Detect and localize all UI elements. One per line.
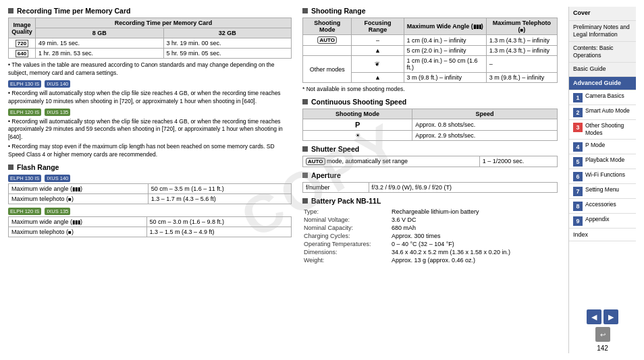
nav-home-button[interactable]: ↩ [595,327,610,342]
sidebar-label-1: Camera Basics [585,92,624,100]
spec-row-temp: Operating Temperatures: 0 – 40 °C (32 – … [302,240,558,248]
spec-label-capacity: Nominal Capacity: [302,224,390,232]
flash-tele-label-2: Maximum telephoto (■) [9,227,147,237]
spec-row-cycles: Charging Cycles: Approx. 300 times [302,232,558,240]
spec-row-capacity: Nominal Capacity: 680 mAh [302,224,558,232]
sidebar-item-accessories[interactable]: 8 Accessories [569,199,636,214]
wide-mountain: 3 m (9.8 ft.) – infinity [404,73,486,83]
spec-row-dimensions: Dimensions: 34.6 x 40.2 x 5.2 mm (1.36 x… [302,248,558,256]
shooting-range-table: Shooting Mode Focusing Range Maximum Wid… [302,18,558,83]
badge-ixus135: IXUS 135 [45,109,70,116]
sidebar-num-5: 5 [573,157,583,167]
sidebar-item-wifi[interactable]: 6 Wi-Fi Functions [569,169,636,184]
note-memory-cards: • Recording may stop even if the maximum… [8,143,292,159]
wide-macro: 1 cm (0.4 in.) – 50 cm (1.6 ft.) [404,56,486,73]
col-8gb: 8 GB [36,28,164,38]
spec-val-weight: Approx. 13 g (approx. 0.46 oz.) [390,256,558,264]
sidebar: Cover Preliminary Notes and Legal Inform… [568,7,636,353]
section-icon-flash [8,164,14,170]
sidebar-item-appendix[interactable]: 9 Appendix [569,214,636,229]
col-shooting-mode: Shooting Mode [303,18,352,35]
spec-label-temp: Operating Temperatures: [302,240,390,248]
spec-row-voltage: Nominal Voltage: 3.6 V DC [302,216,558,224]
sidebar-item-basic-guide[interactable]: Basic Guide [569,63,636,77]
right-column: Shooting Range Shooting Mode Focusing Ra… [302,7,558,353]
spec-label-voltage: Nominal Voltage: [302,216,390,224]
spec-val-capacity: 680 mAh [390,224,558,232]
sidebar-label-8: Accessories [585,201,616,208]
aperture-label: f/number [303,182,369,192]
badge-ixus140: IXUS 140 [45,80,70,88]
section-icon-continuous [302,99,308,104]
table-row: AUTO mode, automatically set range 1 – 1… [303,156,558,167]
table-row: f/number f/3.2 / f/9.0 (W), f/6.9 / f/20… [303,182,558,192]
table-row: ▲ 5 cm (2.0 in.) – infinity 1.3 m (4.3 f… [303,46,558,56]
flash-wide-label-1: Maximum wide angle (▮▮▮) [9,184,149,194]
tele-mountain: 3 m (9.8 ft.) – infinity [486,73,557,83]
sidebar-item-cover[interactable]: Cover [569,7,636,21]
sidebar-num-6: 6 [573,172,583,181]
sidebar-num-2: 2 [573,108,583,117]
section-continuous-shooting: Continuous Shooting Speed [302,98,558,106]
sidebar-item-contents[interactable]: Contents: Basic Operations [569,42,636,63]
table-row: Maximum wide angle (▮▮▮) 50 cm – 3.0 m (… [9,217,292,227]
shutter-mode-cell: AUTO mode, automatically set range [303,156,480,167]
col-32gb: 32 GB [163,28,292,38]
cont-speed-p: Approx. 0.8 shots/sec. [412,119,558,130]
flash-tele-label-1: Maximum telephoto (■) [9,194,149,204]
badge-group-1: ELPH 130 IS IXUS 140 [8,80,292,88]
sidebar-item-advanced-guide[interactable]: Advanced Guide [569,77,636,91]
recording-time-table: Image Quality Recording Time per Memory … [8,18,292,59]
sidebar-item-p-mode[interactable]: 4 P Mode [569,140,636,154]
sidebar-item-playback[interactable]: 5 Playback Mode [569,154,636,169]
tele-person: 1.3 m (4.3 ft.) – infinity [486,46,557,56]
section-icon-battery [302,198,308,204]
tele-auto: 1.3 m (4.3 ft.) – infinity [486,35,557,46]
badge-elph120-flash: ELPH 120 IS [8,208,41,215]
spec-label-type: Type: [302,208,390,216]
nav-next-button[interactable]: ▶ [603,309,618,324]
sidebar-num-3: 3 [573,123,583,132]
mode-auto: AUTO [303,35,352,46]
badge-group-2: ELPH 120 IS IXUS 135 [8,108,292,116]
flash-tele-val-1: 1.3 – 1.7 m (4.3 – 5.6 ft) [148,194,291,204]
col-cont-speed: Speed [412,109,558,119]
sidebar-label-9: Appendix [585,216,609,223]
sidebar-label-2: Smart Auto Mode [585,107,630,115]
note-table-values: • The values in the table are measured a… [8,61,292,78]
focus-auto: – [352,35,404,46]
time-640-8gb: 1 hr. 28 min. 53 sec. [36,49,164,59]
note-recording-stop-2: • Recording will automatically stop when… [8,118,292,142]
sidebar-label-5: Playback Mode [585,156,624,164]
spec-label-cycles: Charging Cycles: [302,232,390,240]
nav-prev-button[interactable]: ◀ [587,309,601,324]
focus-macro: ❦ [352,56,404,73]
sidebar-num-4: 4 [573,142,583,152]
badge-elph120: ELPH 120 IS [8,109,41,116]
section-shooting-range: Shooting Range [302,7,558,15]
time-640-32gb: 5 hr. 59 min. 05 sec. [163,49,292,59]
sidebar-item-other-shooting[interactable]: 3 Other Shooting Modes [569,120,636,140]
section-icon-shooting [302,8,308,13]
sidebar-num-7: 7 [573,187,583,196]
sidebar-item-smart-auto[interactable]: 2 Smart Auto Mode [569,105,636,120]
sidebar-item-camera-basics[interactable]: 1 Camera Basics [569,90,636,105]
page-number: 142 [569,343,636,353]
col-max-tele: Maximum Telephoto (■) [486,18,557,35]
sidebar-item-index[interactable]: Index [569,229,636,241]
quality-720: 720 [9,38,36,49]
sidebar-item-setting-menu[interactable]: 7 Setting Menu [569,184,636,199]
wide-auto: 1 cm (0.4 in.) – infinity [404,35,486,46]
note-recording-stop-1: • Recording will automatically stop when… [8,90,292,106]
table-row: P Approx. 0.8 shots/sec. [303,119,558,130]
mode-person [303,46,352,56]
aperture-table: f/number f/3.2 / f/9.0 (W), f/6.9 / f/20… [302,182,558,193]
sidebar-num-9: 9 [573,216,583,226]
table-row: Maximum wide angle (▮▮▮) 50 cm – 3.5 m (… [9,184,292,194]
col-recording-time: Recording Time per Memory Card [36,18,292,28]
section-aperture: Aperture [302,171,558,179]
col-image-quality: Image Quality [9,18,36,38]
sidebar-item-prelim[interactable]: Preliminary Notes and Legal Information [569,21,636,42]
spec-label-weight: Weight: [302,256,390,264]
badge-elph130-flash: ELPH 130 IS [8,175,41,182]
